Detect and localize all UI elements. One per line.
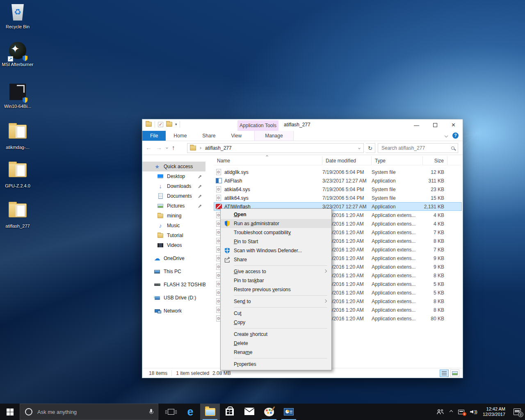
menu-item-troubleshoot-compatibility[interactable]: Troubleshoot compatibility: [221, 228, 331, 237]
menu-item-copy[interactable]: Copy: [221, 318, 331, 327]
taskbar-app-store[interactable]: [220, 404, 240, 420]
folder-icon: [8, 163, 27, 182]
sidebar-item-flash-32-toshiba-e[interactable]: FLASH 32 TOSHIBA (E: [142, 280, 205, 290]
contextual-tab-header[interactable]: Application Tools: [237, 120, 278, 131]
address-dropdown-icon[interactable]: [358, 147, 361, 149]
menu-item-rename[interactable]: Rename: [221, 348, 331, 357]
qat-customize-icon[interactable]: ▾: [175, 122, 177, 126]
tab-share[interactable]: Share: [194, 131, 223, 141]
file-type: Application extens...: [372, 307, 423, 313]
recycle-bin-icon: [8, 4, 27, 23]
recent-locations-icon[interactable]: [166, 146, 168, 149]
tray-expand-chevron-icon[interactable]: [450, 411, 452, 413]
menu-item-restore-previous-versions[interactable]: Restore previous versions: [221, 285, 331, 294]
thumbnail-view-button[interactable]: [450, 370, 459, 377]
close-button[interactable]: ×: [444, 119, 463, 131]
minimize-button[interactable]: —: [407, 119, 426, 131]
taskbar-app-paint[interactable]: [259, 404, 279, 420]
desktop-icon-msi-afterburner[interactable]: ↗MSI Afterburner: [0, 42, 35, 67]
taskbar-clock[interactable]: 12:42 AM 12/23/2017: [483, 406, 505, 417]
taskbar-app-monitor-app[interactable]: [279, 404, 299, 420]
pin-icon: [199, 175, 202, 177]
sidebar-item-mining[interactable]: mining: [142, 211, 205, 221]
column-header-date-modified[interactable]: Date modified: [322, 156, 372, 165]
menu-item-send-to[interactable]: Send to: [221, 297, 331, 306]
tab-manage[interactable]: Manage: [254, 131, 293, 141]
column-header-type[interactable]: Type: [372, 156, 423, 165]
taskbar-app-mail[interactable]: [240, 404, 259, 420]
sidebar-item-this-pc[interactable]: This PC: [142, 267, 205, 276]
search-input[interactable]: Search atiflash_277: [378, 143, 458, 153]
refresh-button[interactable]: ↻: [365, 143, 375, 153]
microphone-icon[interactable]: [149, 409, 153, 415]
menu-item-create-shortcut[interactable]: Create shortcut: [221, 330, 331, 339]
column-header-name[interactable]: Name: [214, 156, 322, 165]
column-headers: NameDate modifiedTypeSize: [214, 156, 462, 165]
menu-item-pin-to-start[interactable]: Pin to Start: [221, 237, 331, 246]
details-view-button[interactable]: [440, 370, 449, 377]
column-header-size[interactable]: Size: [423, 156, 447, 165]
tab-home[interactable]: Home: [166, 131, 194, 141]
back-button[interactable]: ←: [146, 144, 152, 151]
forward-button[interactable]: →: [156, 144, 162, 151]
desktop-icon-label: Recycle Bin: [0, 24, 35, 30]
menu-item-label: Restore previous versions: [234, 287, 291, 292]
desktop-icon-atiflash-277[interactable]: atiflash_277: [0, 201, 35, 229]
sidebar-item-usb-drive-d-[interactable]: USB Drive (D:): [142, 293, 205, 303]
sidebar-item-tutorial[interactable]: Tutorial: [142, 231, 205, 240]
start-button[interactable]: [0, 404, 20, 420]
taskbar-search-input[interactable]: Ask me anything: [20, 404, 158, 420]
menu-item-cut[interactable]: Cut: [221, 309, 331, 318]
file-row[interactable]: atidgllk.sys7/19/2006 5:04 PMSystem file…: [214, 168, 462, 176]
sidebar-item-documents[interactable]: Documents: [142, 191, 205, 201]
sidebar-item-pictures[interactable]: Pictures: [142, 201, 205, 211]
taskbar-app-file-explorer[interactable]: [200, 404, 220, 420]
task-view-button[interactable]: [162, 404, 180, 420]
qat-properties-icon[interactable]: ✓: [158, 122, 163, 127]
submenu-arrow-icon: [324, 299, 327, 303]
file-size: 15 KB: [423, 195, 447, 201]
ribbon-collapse-icon[interactable]: [445, 134, 448, 137]
menu-item-pin-to-taskbar[interactable]: Pin to taskbar: [221, 276, 331, 285]
volume-icon[interactable]: ))): [470, 410, 477, 414]
address-bar[interactable]: atiflash_277: [187, 143, 364, 153]
tab-view[interactable]: View: [223, 131, 249, 141]
desktop-icon-recycle-bin[interactable]: Recycle Bin: [0, 3, 35, 30]
taskbar-app-edge[interactable]: e: [180, 404, 200, 420]
action-center-button[interactable]: 2: [514, 409, 521, 415]
menu-item-share[interactable]: Share: [221, 255, 331, 264]
help-icon[interactable]: ?: [452, 132, 459, 139]
file-row[interactable]: atikia64.sys7/19/2006 5:04 PMSystem file…: [214, 185, 462, 194]
menu-item-delete[interactable]: Delete: [221, 339, 331, 348]
desktop-icon-gpu-z-2-4-0[interactable]: GPU-Z.2.4.0: [0, 161, 35, 189]
sidebar-item-desktop[interactable]: Desktop: [142, 171, 205, 181]
sidebar-item-quick-access[interactable]: Quick access: [142, 162, 205, 171]
maximize-button[interactable]: [426, 119, 444, 131]
sidebar-item-music[interactable]: Music: [142, 221, 205, 231]
desktop-icon-win10-64bi-[interactable]: Win10-64Bi...: [0, 84, 35, 109]
file-name-cell: atidgllk.sys: [214, 169, 322, 176]
sidebar-item-network[interactable]: Network: [142, 306, 205, 316]
network-disconnected-icon[interactable]: ✕: [458, 410, 464, 414]
sidebar-item-label: USB Drive (D:): [164, 295, 196, 301]
sidebar-item-label: Music: [167, 223, 180, 228]
view-buttons: [440, 370, 463, 377]
menu-item-open[interactable]: Open: [221, 210, 331, 219]
tab-file[interactable]: File: [142, 131, 166, 141]
file-row[interactable]: AtiFlash3/23/2017 12:27 AMApplication311…: [214, 176, 462, 185]
file-name: atillk64.sys: [224, 195, 249, 201]
menu-item-run-as-administrator[interactable]: Run as administrator: [221, 219, 331, 228]
file-row[interactable]: atillk64.sys7/19/2006 5:04 PMSystem file…: [214, 194, 462, 202]
menu-item-properties[interactable]: Properties: [221, 360, 331, 369]
desktop-icon-atikmdag-[interactable]: atikmdag-...: [0, 122, 35, 150]
people-icon[interactable]: [437, 409, 444, 415]
sidebar-item-videos[interactable]: Videos: [142, 240, 205, 250]
sidebar-item-onedrive[interactable]: OneDrive: [142, 253, 205, 263]
breadcrumb[interactable]: atiflash_277: [205, 145, 232, 151]
menu-item-scan-with-windows-defender-[interactable]: Scan with Windows Defender...: [221, 246, 331, 255]
menu-item-give-access-to[interactable]: Give access to: [221, 267, 331, 276]
title-bar[interactable]: ✓ ▾ Application Tools atiflash_277 — ×: [142, 119, 463, 131]
up-button[interactable]: ↑: [172, 144, 175, 151]
sidebar-item-downloads[interactable]: Downloads: [142, 181, 205, 191]
qat-new-folder-icon[interactable]: [166, 122, 172, 127]
